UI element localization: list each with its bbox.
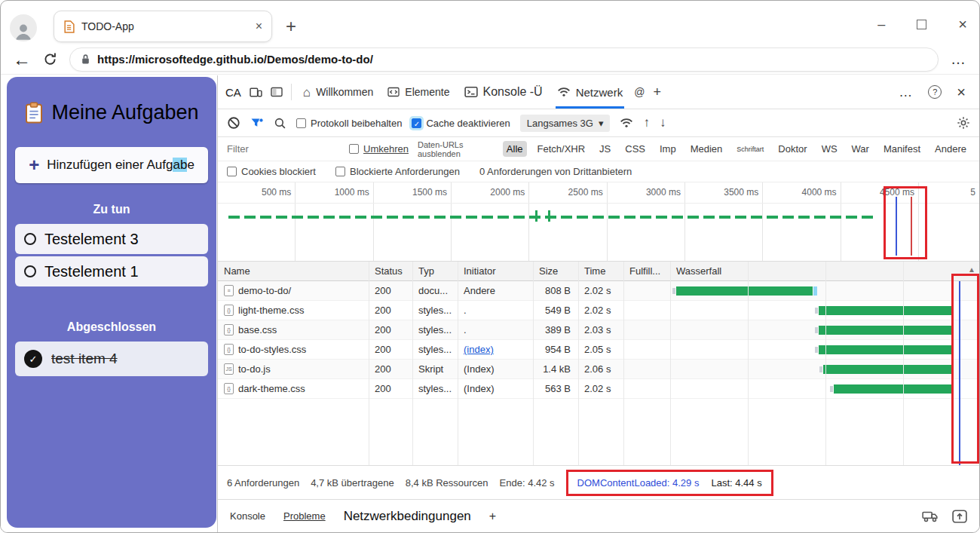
timeline-tick: 2000 ms [452, 182, 529, 261]
filter-pill-manifest[interactable]: Manifest [880, 141, 924, 157]
dom-content-loaded-time: DOMContentLoaded: 4.29 s [577, 477, 700, 489]
timeline-tick: 1500 ms [374, 182, 452, 261]
clear-network-log-icon[interactable] [227, 116, 240, 130]
truck-icon[interactable] [922, 510, 939, 522]
tab-willkommen[interactable]: ⌂ Willkommen [300, 75, 377, 109]
column-header-initiator[interactable]: Initiator [458, 265, 533, 277]
profile-avatar[interactable] [10, 14, 37, 41]
waterfall-bar [819, 345, 951, 354]
add-devtools-tab-button[interactable]: + [653, 84, 661, 100]
tab-title: TODO-App [81, 20, 249, 32]
column-header-wasserfall[interactable]: Wasserfall [670, 265, 979, 277]
filter-pill-css[interactable]: CSS [621, 141, 649, 157]
table-row[interactable]: {}light-theme.css 200 styles... . 549 B … [218, 301, 979, 320]
browser-more-menu-button[interactable]: … [951, 51, 967, 68]
more-panels-icon[interactable]: @ [634, 86, 645, 98]
highlight-box-waterfall [951, 274, 979, 464]
network-activity-line [228, 216, 875, 219]
devtools-panel: CA ⌂ Willkommen Elemente [217, 75, 979, 532]
invert-checkbox[interactable]: Umkehren [349, 143, 409, 155]
settings-icon[interactable] [957, 116, 970, 130]
blocked-filter-bar: Cookies blockiert Blockierte Anforderung… [218, 161, 979, 182]
column-header-time[interactable]: Time [578, 265, 623, 277]
devtools-close-button[interactable]: × [957, 84, 966, 101]
browser-tab[interactable]: TODO-App × [54, 11, 272, 42]
network-overview-timeline[interactable]: 500 ms 1000 ms 1500 ms 2000 ms 2500 ms 3… [218, 182, 979, 262]
timeline-tick: 1000 ms [296, 182, 373, 261]
radio-icon[interactable] [24, 233, 36, 245]
table-row[interactable]: JSto-do.js 200 Skript (Index) 1.4 kB 2.0… [218, 360, 979, 379]
filter-pill-ws[interactable]: WS [818, 141, 841, 157]
waterfall-bar [823, 365, 951, 374]
filter-pill-wasm[interactable]: War [848, 141, 873, 157]
todo-item[interactable]: Testelement 3 [15, 224, 208, 254]
tab-elemente[interactable]: Elemente [384, 75, 452, 109]
table-row[interactable]: {}to-do-styles.css 200 styles... (index)… [218, 340, 979, 360]
preserve-log-checkbox[interactable]: Protokoll beibehalten [296, 118, 402, 129]
disable-cache-checkbox[interactable]: ✓ Cache deaktivieren [412, 118, 510, 129]
help-button[interactable]: ? [928, 85, 942, 99]
filter-icon[interactable] [250, 117, 264, 129]
refresh-button[interactable] [43, 52, 57, 66]
script-icon: JS [224, 363, 234, 375]
blocked-requests-checkbox[interactable]: Blockierte Anforderungen [335, 166, 460, 177]
filter-pill-alle[interactable]: Alle [503, 141, 527, 157]
column-header-size[interactable]: Size [533, 265, 578, 277]
drawer-tab-probleme[interactable]: Probleme [283, 510, 326, 522]
filter-pill-dok[interactable]: Doktor [774, 141, 810, 157]
resource-type-filters: Alle Fetch/XHR JS CSS Imp Medien Schrift… [503, 141, 970, 157]
tab-close-icon[interactable]: × [256, 20, 262, 33]
scroll-up-icon[interactable]: ▲ [968, 265, 975, 274]
address-bar[interactable]: https://microsoftedge.github.io/Demos/de… [69, 47, 939, 72]
filter-pill-andere[interactable]: Andere [931, 141, 970, 157]
blocked-cookies-checkbox[interactable]: Cookies blockiert [227, 166, 316, 177]
column-header-status[interactable]: Status [369, 265, 412, 277]
column-header-fulfilled[interactable]: Fulfill... [623, 265, 670, 277]
minimize-button[interactable]: – [877, 17, 885, 32]
table-row[interactable]: ≡demo-to-do/ 200 docu... Andere 808 B 2.… [218, 281, 979, 301]
new-tab-button[interactable]: + [286, 16, 296, 37]
checkbox-icon [296, 118, 306, 128]
throttling-select[interactable]: Langsames 3G ▾ [520, 115, 611, 132]
drawer-add-tab-button[interactable]: + [489, 510, 496, 523]
initiator-link[interactable]: (index) [464, 344, 494, 355]
request-count: 6 Anforderungen [227, 477, 299, 489]
checkmark-icon[interactable]: ✓ [24, 350, 42, 368]
waterfall-bar [819, 306, 951, 315]
search-icon[interactable] [274, 117, 286, 130]
stylesheet-icon: {} [224, 383, 234, 394]
device-toolbar-icon[interactable] [250, 87, 262, 98]
todo-item[interactable]: Testelement 1 [15, 256, 208, 286]
lock-icon [81, 54, 90, 65]
add-task-button[interactable]: + Hinzufügen einer Aufgabe [15, 147, 208, 183]
hide-data-urls-toggle[interactable]: Daten-URLs ausblenden [418, 140, 494, 158]
filter-pill-medien[interactable]: Medien [687, 141, 727, 157]
network-conditions-icon[interactable] [620, 118, 633, 128]
column-header-typ[interactable]: Typ [412, 265, 458, 277]
filter-pill-img[interactable]: Imp [656, 141, 680, 157]
waterfall-queue-stub [815, 347, 818, 353]
filter-input[interactable] [227, 143, 340, 155]
export-har-icon[interactable]: ↓ [660, 115, 666, 130]
drawer-tab-netzwerkbedingungen[interactable]: Netzwerkbedingungen [344, 509, 471, 524]
import-har-icon[interactable]: ↑ [643, 115, 650, 130]
filter-pill-schriftart[interactable]: Schriftart [733, 143, 767, 155]
completed-item[interactable]: ✓ test item 4 [15, 342, 208, 376]
drawer-tab-konsole[interactable]: Konsole [230, 510, 265, 522]
expand-drawer-icon[interactable] [952, 510, 967, 523]
filter-pill-js[interactable]: JS [596, 141, 614, 157]
tab-konsole[interactable]: Konsole -Ü [461, 75, 546, 109]
maximize-button[interactable] [917, 20, 926, 29]
done-section-label: Abgeschlossen [7, 320, 216, 334]
dock-side-icon[interactable] [271, 87, 283, 97]
filter-pill-fetch-xhr[interactable]: Fetch/XHR [534, 141, 590, 157]
window-close-button[interactable]: × [958, 16, 967, 33]
table-row[interactable]: {}base.css 200 styles... . 389 B 2.03 s [218, 320, 979, 340]
timeline-tick: 4000 ms [763, 182, 841, 261]
devtools-more-button[interactable]: … [899, 84, 913, 100]
tab-netzwerk[interactable]: Netzwerk [554, 75, 626, 109]
column-header-name[interactable]: Name [218, 265, 369, 277]
back-button[interactable]: ← [13, 51, 31, 69]
table-row[interactable]: {}dark-theme.css 200 styles... (Index) 5… [218, 379, 979, 399]
radio-icon[interactable] [24, 265, 36, 277]
